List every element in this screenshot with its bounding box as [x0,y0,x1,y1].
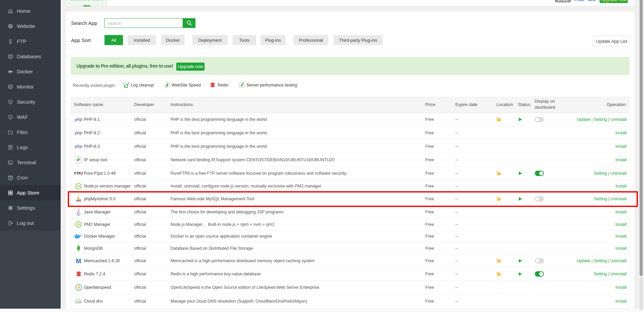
svg-text:JS: JS [77,184,81,188]
svg-text:JS: JS [77,223,81,226]
svg-text:DNS: DNS [76,301,81,303]
